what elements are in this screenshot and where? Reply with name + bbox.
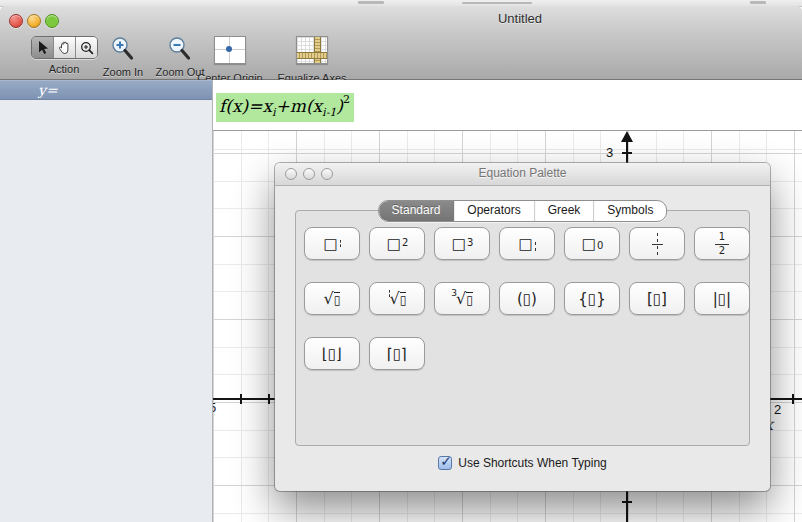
background-text-fragment	[750, 1, 766, 4]
shortcuts-checkbox-row: Use Shortcuts When Typing	[275, 456, 770, 470]
x-axis-number-partial: 5	[213, 400, 220, 416]
palette-tab-bar: Standard Operators Greek Symbols	[378, 200, 668, 222]
palette-button-row: ⌊▯⌋⌈▯⌉	[304, 337, 425, 370]
zoom-window-button[interactable]	[45, 14, 59, 28]
minimize-window-button[interactable]	[303, 168, 315, 180]
use-shortcuts-label: Use Shortcuts When Typing	[458, 456, 607, 470]
window-title: Untitled	[498, 11, 542, 26]
arrow-tool-button[interactable]	[32, 37, 54, 58]
equation-bar: f(x)=xi+m(xi-1)2	[213, 80, 802, 131]
zoom-in-icon	[110, 36, 136, 62]
subscript-template-button[interactable]: □	[499, 227, 555, 260]
close-window-button[interactable]	[9, 14, 23, 28]
superscript-template-button[interactable]: □	[304, 227, 360, 260]
one-half-fraction-button[interactable]: 12	[694, 227, 750, 260]
tab-symbols[interactable]: Symbols	[594, 201, 666, 221]
y-axis-tick	[622, 501, 632, 503]
nth-root-template-button[interactable]: √▯	[369, 282, 425, 315]
square-template-button[interactable]: □2	[369, 227, 425, 260]
sidebar-item-y-equals[interactable]: y=	[0, 80, 212, 100]
absolute-value-template-button[interactable]: |▯|	[694, 282, 750, 315]
cursor-arrow-icon	[36, 40, 49, 55]
equalize-axes-icon	[296, 36, 328, 64]
palette-window-title: Equation Palette	[275, 163, 770, 184]
parentheses-template-button[interactable]: (▯)	[499, 282, 555, 315]
zoom-window-button[interactable]	[321, 168, 333, 180]
x-axis-number: 2	[774, 402, 781, 417]
palette-button-panel: □□2□3□□012 √▯√▯3√▯(▯){▯}[▯]|▯| ⌊▯⌋⌈▯⌉	[295, 210, 750, 446]
x-axis-tick	[792, 394, 794, 404]
equation-list-sidebar: y=	[0, 80, 213, 522]
zoom-tool-button[interactable]	[76, 37, 97, 58]
toolbar-label: Zoom In	[99, 66, 147, 78]
center-origin-button[interactable]: Center Origin	[196, 36, 264, 84]
equation-palette-window: Equation Palette Standard Operators Gree…	[275, 163, 770, 491]
x-axis-tick	[268, 394, 270, 404]
toolbar-item-action: Action	[31, 36, 97, 75]
equation-text[interactable]: f(x)=xi+m(xi-1)2	[216, 93, 354, 122]
square-root-template-button[interactable]: √▯	[304, 282, 360, 315]
tab-greek[interactable]: Greek	[535, 201, 595, 221]
zoom-out-icon	[167, 36, 193, 62]
y-axis-number: 3	[606, 145, 613, 160]
subscript-zero-template-button[interactable]: □0	[564, 227, 620, 260]
center-origin-icon	[214, 36, 246, 64]
use-shortcuts-checkbox[interactable]	[438, 456, 452, 470]
cube-root-template-button[interactable]: 3√▯	[434, 282, 490, 315]
hand-icon	[58, 41, 71, 55]
minimize-window-button[interactable]	[27, 14, 41, 28]
background-text-fragment	[358, 1, 384, 4]
toolbar-label: Action	[31, 63, 97, 75]
palette-button-row: √▯√▯3√▯(▯){▯}[▯]|▯|	[304, 282, 750, 315]
y-axis-tick	[622, 152, 632, 154]
window-header: Untitled Action	[0, 6, 802, 80]
x-axis-tick	[240, 394, 242, 404]
close-window-button[interactable]	[285, 168, 297, 180]
tab-standard[interactable]: Standard	[379, 201, 455, 221]
background-text-fragment	[462, 2, 532, 4]
magnifier-icon	[80, 41, 94, 55]
fraction-template-button[interactable]	[629, 227, 685, 260]
floor-template-button[interactable]: ⌊▯⌋	[304, 337, 360, 370]
palette-titlebar[interactable]: Equation Palette	[275, 163, 770, 186]
action-segmented-control	[31, 36, 98, 59]
cube-template-button[interactable]: □3	[434, 227, 490, 260]
hand-tool-button[interactable]	[54, 37, 76, 58]
tab-operators[interactable]: Operators	[454, 201, 534, 221]
brackets-template-button[interactable]: [▯]	[629, 282, 685, 315]
equalize-axes-button[interactable]: Equalize Axes	[276, 36, 348, 84]
braces-template-button[interactable]: {▯}	[564, 282, 620, 315]
ceiling-template-button[interactable]: ⌈▯⌉	[369, 337, 425, 370]
zoom-in-button[interactable]: Zoom In	[99, 36, 147, 78]
palette-button-row: □□2□3□□012	[304, 227, 750, 260]
